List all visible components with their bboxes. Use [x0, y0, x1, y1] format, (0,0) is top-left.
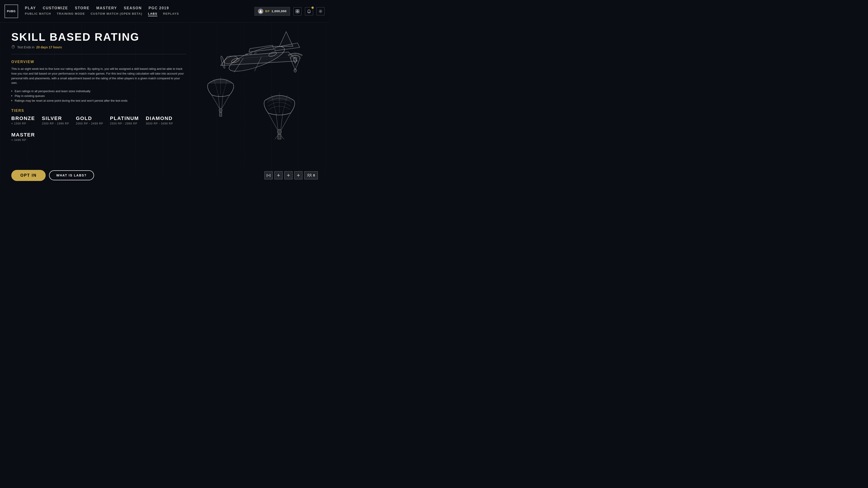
- page-title: SKILL BASED RATING: [11, 32, 186, 42]
- bell-icon: [307, 9, 311, 13]
- test-timer: ⏱ Test Ends in 20 days 17 hours: [11, 45, 186, 50]
- nav-store[interactable]: STORE: [75, 6, 90, 10]
- nav-replays[interactable]: REPLAYS: [163, 12, 179, 16]
- logo-text: PUBG: [7, 10, 16, 13]
- nav-labs[interactable]: LABS: [148, 12, 157, 16]
- bullet-item-2: Play in existing queues: [11, 94, 186, 98]
- nav-training-mode[interactable]: TRAINING MODE: [57, 12, 85, 16]
- timer-prefix: Test Ends in: [17, 45, 34, 49]
- airplane-svg: [193, 13, 324, 149]
- tier-silver-range: 1500 RP - 1999 RP: [42, 122, 69, 125]
- tiers-grid: BRONZE < 1500 RP SILVER 1500 RP - 1999 R…: [11, 116, 186, 142]
- nav-sections: PLAY CUSTOMIZE STORE MASTERY SEASON PGC …: [25, 0, 254, 22]
- tier-bronze: BRONZE < 1500 RP: [11, 116, 35, 125]
- tier-gold: GOLD 2000 RP - 2499 RP: [76, 116, 103, 125]
- gear-icon: [318, 9, 322, 13]
- tier-diamond: DIAMOND 3000 RP - 3499 RP: [146, 116, 173, 125]
- notification-badge: [311, 6, 314, 9]
- bp-display: BP 1,000,000: [254, 7, 290, 15]
- nav-season[interactable]: SEASON: [124, 6, 142, 10]
- overview-title: OVERVIEW: [11, 60, 186, 64]
- svg-line-49: [275, 135, 278, 139]
- player-svg-icon: [259, 10, 262, 13]
- left-panel: SKILL BASED RATING ⏱ Test Ends in 20 day…: [11, 32, 195, 175]
- svg-rect-3: [296, 11, 297, 13]
- svg-line-34: [212, 95, 219, 108]
- plus-icon-2: [287, 173, 290, 177]
- nav-pgc2019[interactable]: PGC 2019: [149, 6, 169, 10]
- nav-customize[interactable]: CUSTOMIZE: [43, 6, 68, 10]
- svg-line-43: [268, 113, 278, 130]
- section-divider: [11, 54, 186, 54]
- squad-button[interactable]: 0: [304, 171, 318, 180]
- inventory-icon: [296, 9, 300, 13]
- add-button-1[interactable]: [274, 171, 283, 180]
- bullet-item-3: Ratings may be reset at some point durin…: [11, 98, 186, 103]
- secondary-nav: PUBLIC MATCH TRAINING MODE CUSTOM MATCH …: [25, 12, 254, 16]
- svg-rect-39: [219, 112, 222, 116]
- settings-button[interactable]: [316, 7, 324, 15]
- tier-platinum: PLATINUM 2500 RP - 2999 RP: [110, 116, 139, 125]
- nav-mastery[interactable]: MASTERY: [96, 6, 117, 10]
- add-button-2[interactable]: [284, 171, 292, 180]
- svg-line-44: [281, 113, 291, 130]
- tiers-title: TIERS: [11, 109, 186, 113]
- svg-rect-48: [278, 134, 281, 139]
- parachute-2: [208, 77, 234, 116]
- timer-value: 20 days 17 hours: [36, 45, 62, 49]
- nav-custom-match[interactable]: CUSTOM MATCH (OPEN BETA): [91, 12, 143, 16]
- svg-point-51: [268, 175, 269, 176]
- tier-platinum-name: PLATINUM: [110, 116, 139, 121]
- svg-line-46: [281, 113, 283, 130]
- tier-master: MASTER > 3499 RP: [11, 132, 35, 142]
- bullet-points: Earn ratings in all perspectives and tea…: [11, 89, 186, 103]
- opt-in-button[interactable]: OPT IN: [11, 170, 46, 181]
- plus-icon-1: [277, 173, 280, 177]
- bullet-item-1: Earn ratings in all perspectives and tea…: [11, 89, 186, 94]
- nav-right-section: BP 1,000,000: [254, 0, 324, 22]
- top-navigation: PUBG PLAY CUSTOMIZE STORE MASTERY SEASON…: [0, 0, 329, 23]
- parachute-3: [264, 93, 295, 139]
- tier-silver: SILVER 1500 RP - 1999 RP: [42, 116, 69, 125]
- airplane-illustration: [193, 13, 324, 149]
- svg-point-5: [320, 11, 321, 12]
- svg-line-36: [218, 95, 219, 108]
- broadcast-button[interactable]: [265, 171, 273, 180]
- bp-label: BP: [265, 9, 270, 13]
- svg-rect-1: [296, 10, 297, 11]
- plus-icon-3: [297, 173, 300, 177]
- bp-amount: 1,000,000: [272, 9, 287, 13]
- tier-gold-range: 2000 RP - 2499 RP: [76, 122, 103, 125]
- svg-point-38: [219, 108, 222, 112]
- tier-master-name: MASTER: [11, 132, 35, 138]
- tier-diamond-range: 3000 RP - 3499 RP: [146, 122, 173, 125]
- svg-rect-2: [298, 10, 299, 11]
- svg-line-50: [281, 135, 284, 139]
- what-is-labs-button[interactable]: WHAT IS LABS?: [49, 170, 94, 180]
- add-button-3[interactable]: [294, 171, 303, 180]
- svg-point-47: [277, 129, 281, 134]
- bottom-right-controls: 0: [265, 171, 318, 180]
- inventory-button[interactable]: [293, 7, 302, 15]
- notifications-button[interactable]: [305, 7, 313, 15]
- nav-public-match[interactable]: PUBLIC MATCH: [25, 12, 51, 16]
- pubg-logo[interactable]: PUBG: [4, 4, 18, 18]
- broadcast-icon: [267, 173, 271, 177]
- right-panel: [195, 32, 318, 175]
- nav-play[interactable]: PLAY: [25, 6, 36, 10]
- tier-bronze-range: < 1500 RP: [11, 122, 35, 125]
- timer-icon: ⏱: [11, 45, 16, 50]
- svg-point-59: [310, 174, 311, 175]
- bottom-left-buttons: OPT IN WHAT IS LABS?: [11, 170, 94, 181]
- svg-line-35: [222, 95, 230, 108]
- tier-gold-name: GOLD: [76, 116, 103, 121]
- svg-point-58: [308, 174, 309, 175]
- tier-master-range: > 3499 RP: [11, 138, 35, 142]
- svg-rect-4: [298, 11, 299, 13]
- squad-icon: [307, 173, 312, 177]
- player-icon: [258, 8, 264, 14]
- tier-diamond-name: DIAMOND: [146, 116, 173, 121]
- overview-description: This is an eight week test to fine tune …: [11, 67, 186, 86]
- squad-count: 0: [313, 173, 315, 177]
- tier-platinum-range: 2500 RP - 2999 RP: [110, 122, 139, 125]
